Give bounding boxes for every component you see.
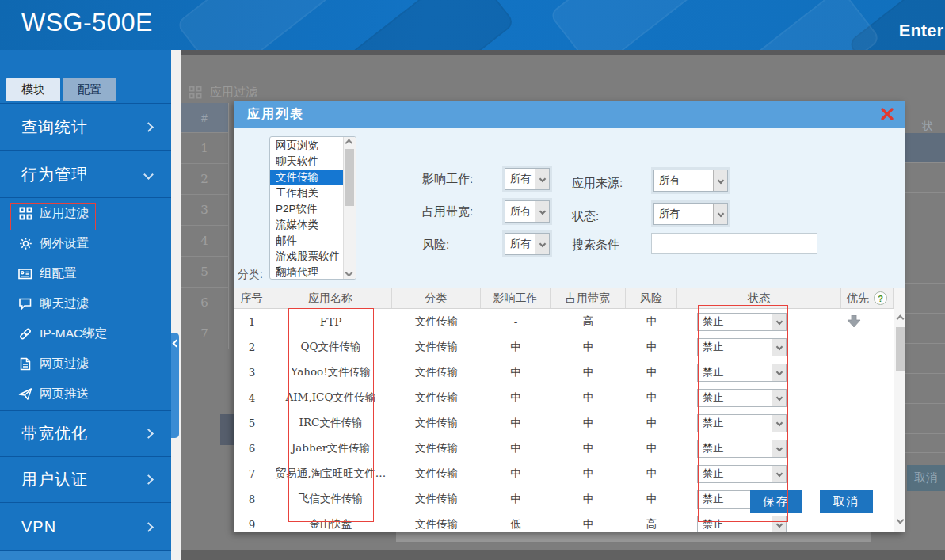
dialog-title: 应用列表 — [247, 106, 304, 123]
bandwidth-value: 中 — [551, 486, 626, 512]
status-filter-select[interactable]: 所有 — [653, 203, 728, 225]
category-option[interactable]: 聊天软件 — [270, 154, 343, 170]
sidebar-item-group-config[interactable]: 组配置 — [0, 258, 171, 288]
sidebar-section-partial — [0, 550, 171, 560]
keyboard-key-decoration — [176, 0, 343, 50]
source-filter-select[interactable]: 所有 — [653, 170, 728, 192]
category-listbox[interactable]: 网页浏览聊天软件文件传输工作相关P2P软件流媒体类邮件游戏股票软件翻墙代理 — [269, 136, 356, 280]
chevron-down-icon — [772, 390, 786, 406]
table-row: 2QQ文件传输文件传输中中中禁止 — [234, 334, 894, 360]
sidebar-section-vpn[interactable]: VPN — [0, 502, 171, 550]
sidebar-collapse-handle[interactable] — [171, 333, 179, 438]
bandwidth-filter-select[interactable]: 所有 — [505, 200, 550, 223]
column-header-6: 状态 — [677, 288, 841, 308]
status-select[interactable]: 禁止 — [697, 313, 787, 331]
sidebar-section-user-auth[interactable]: 用户认证 — [0, 456, 171, 502]
sidebar-item-ip-mac-binding[interactable]: IP-MAC绑定 — [0, 318, 171, 349]
column-header-1: 应用名称 — [269, 288, 392, 308]
status-cell: 禁止 — [677, 334, 841, 360]
category-option[interactable]: 文件传输 — [270, 170, 343, 185]
priority-cell — [841, 334, 894, 360]
table-row: 7贸易通,淘宝旺旺文件…文件传输中中中禁止 — [234, 461, 894, 486]
impact-filter-label: 影响工作: — [422, 172, 473, 187]
scroll-up-icon[interactable] — [897, 315, 905, 323]
row-no: 6 — [234, 436, 269, 461]
priority-cell — [841, 360, 894, 385]
column-header-2: 分类 — [392, 288, 481, 308]
sidebar-section-bandwidth[interactable]: 带宽优化 — [0, 410, 171, 456]
scroll-down-icon[interactable] — [345, 269, 353, 277]
scroll-down-icon[interactable] — [897, 516, 905, 524]
background-row-separator — [905, 373, 945, 374]
category-option[interactable]: 流媒体类 — [270, 217, 343, 233]
risk-value: 中 — [626, 309, 677, 334]
background-row-separator — [905, 403, 945, 404]
bandwidth-value: 中 — [551, 385, 626, 410]
sidebar-item-chat-filter[interactable]: 聊天过滤 — [0, 288, 171, 318]
impact-filter-select[interactable]: 所有 — [505, 168, 550, 190]
scrollbar-thumb[interactable] — [345, 149, 354, 206]
risk-value: 中 — [626, 461, 677, 486]
sidebar-item-exception-settings[interactable]: 例外设置 — [0, 228, 171, 258]
status-cell: 禁止 — [677, 410, 841, 436]
sidebar-section-query-stats[interactable]: 查询统计 — [0, 103, 171, 150]
keyboard-key-decoration — [738, 0, 882, 50]
source-filter-label: 应用来源: — [572, 176, 623, 191]
status-select[interactable]: 禁止 — [697, 389, 787, 407]
search-input[interactable] — [651, 233, 817, 254]
gear-icon — [18, 236, 32, 250]
status-select[interactable]: 禁止 — [697, 338, 787, 356]
impact-value: - — [481, 309, 551, 334]
save-button[interactable]: 保存 — [750, 490, 802, 513]
category-option[interactable]: 工作相关 — [270, 185, 343, 201]
priority-cell — [841, 436, 894, 461]
chevron-down-icon — [772, 339, 786, 356]
row-no: 2 — [234, 334, 269, 360]
impact-value: 中 — [481, 461, 551, 486]
scrollbar-thumb[interactable] — [896, 327, 905, 371]
category-option[interactable]: 翻墙代理 — [270, 265, 343, 280]
category-option[interactable]: 网页浏览 — [270, 138, 343, 154]
bandwidth-value: 中 — [551, 410, 626, 436]
table-header: 序号应用名称分类影响工作占用带宽风险状态优先? — [234, 288, 905, 309]
cancel-button[interactable]: 取消 — [820, 490, 873, 513]
keyboard-key-decoration — [549, 0, 722, 50]
sidebar-tabs: 模块 配置 — [6, 78, 116, 101]
tab-config[interactable]: 配置 — [63, 78, 116, 101]
close-icon[interactable] — [880, 107, 894, 121]
help-icon[interactable]: ? — [874, 291, 887, 305]
background-table-header-band — [905, 133, 945, 162]
send-icon — [18, 387, 32, 401]
sidebar-section-behavior-mgmt[interactable]: 行为管理 — [0, 150, 171, 197]
status-select[interactable]: 禁止 — [697, 364, 787, 382]
priority-down-icon[interactable] — [847, 315, 861, 328]
table-row: 6Jabber文件传输文件传输中中中禁止 — [234, 436, 894, 461]
background-row-number: 5 — [181, 256, 228, 287]
category-option[interactable]: P2P软件 — [270, 201, 343, 217]
background-row-number: 7 — [181, 318, 228, 349]
listbox-scrollbar[interactable] — [343, 137, 356, 279]
category-option[interactable]: 邮件 — [270, 233, 343, 249]
status-select[interactable]: 禁止 — [697, 440, 787, 458]
table-scrollbar[interactable] — [894, 288, 905, 532]
risk-filter-select[interactable]: 所有 — [505, 233, 550, 255]
sidebar-item-web-filter[interactable]: 网页过滤 — [0, 349, 171, 379]
status-select[interactable]: 禁止 — [697, 414, 787, 432]
scroll-up-icon[interactable] — [345, 139, 353, 147]
category-option[interactable]: 游戏股票软件 — [270, 249, 343, 265]
sidebar-item-app-filter[interactable]: 应用过滤 — [0, 198, 171, 228]
sidebar-item-web-push[interactable]: 网页推送 — [0, 379, 171, 409]
tab-module[interactable]: 模块 — [6, 78, 60, 101]
background-button-fragment — [220, 414, 234, 445]
status-select[interactable]: 禁止 — [697, 516, 787, 533]
status-select[interactable]: 禁止 — [697, 465, 787, 483]
app-name: Jabber文件传输 — [269, 436, 392, 461]
sidebar-item-label: 例外设置 — [40, 235, 89, 252]
background-hscrollbar-thumb — [396, 532, 871, 542]
app-category: 文件传输 — [392, 512, 481, 532]
status-cell: 禁止 — [677, 385, 841, 410]
row-no: 7 — [234, 461, 269, 486]
bandwidth-value: 中 — [551, 334, 626, 360]
priority-cell — [841, 309, 894, 334]
background-row-number: 3 — [181, 194, 228, 225]
